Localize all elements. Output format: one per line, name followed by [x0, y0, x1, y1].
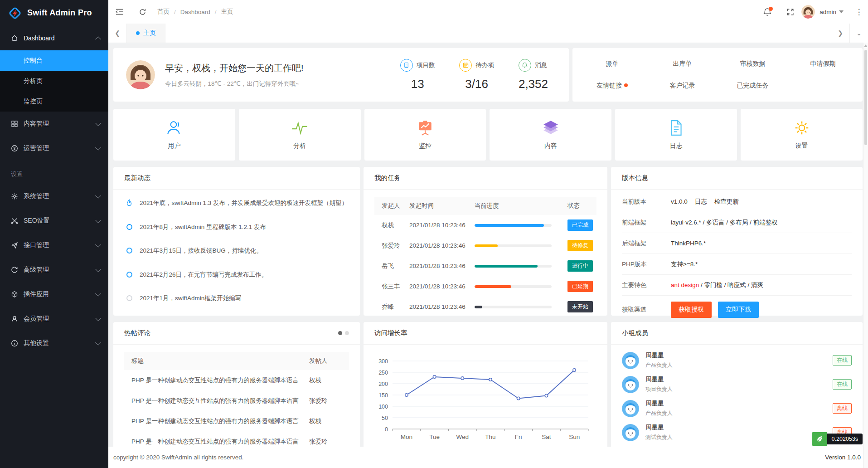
quick-link-done-tasks[interactable]: 已完成任务: [718, 82, 788, 90]
timeline-item: 2021年3月15日，接收反馈BUG，持续优化。: [125, 246, 348, 270]
quick-link-audit[interactable]: 审核数据: [718, 60, 788, 68]
refresh-button[interactable]: [131, 0, 154, 24]
footer: copyright © 2020 SwiftAdmin all rights r…: [108, 447, 868, 468]
changelog-link[interactable]: 日志: [695, 198, 707, 206]
more-menu-button[interactable]: ⋮: [850, 7, 868, 17]
greeting-text: 早安，权栈，开始您一天的工作吧!: [165, 62, 304, 74]
tab-menu-button[interactable]: ⌄: [849, 24, 868, 43]
version-row: 当前版本 v1.0.0 日志 检查更新: [622, 191, 852, 212]
collapse-sidebar-button[interactable]: [108, 0, 131, 24]
news-card: 最新动态 2021年底，swiftAdmin 1.3 发布，并发展成最受欢迎的极…: [113, 167, 360, 316]
svg-text:Mon: Mon: [401, 434, 412, 440]
sidebar-item-seo[interactable]: SEO设置: [0, 209, 108, 233]
check-update-link[interactable]: 检查更新: [714, 198, 739, 206]
carousel-dot[interactable]: [345, 331, 349, 335]
dashboard-submenu: 控制台 分析页 监控页: [0, 50, 108, 112]
calendar-icon: [459, 59, 472, 72]
user-avatar[interactable]: [801, 5, 815, 19]
sidebar-item-dashboard[interactable]: Dashboard: [0, 26, 108, 50]
user-menu-caret-icon[interactable]: [839, 10, 844, 13]
sidebar-item-operations[interactable]: 运营管理: [0, 136, 108, 161]
sidebar-item-advanced[interactable]: 高级管理: [0, 258, 108, 282]
quick-links-card: 派单 出库单 审核数据 申请假期 友情链接 客户记录 已完成任务: [572, 48, 863, 102]
progress-bar: [475, 265, 552, 268]
member-row: 周星星项目负责人 在线: [622, 372, 852, 396]
quick-link-customers[interactable]: 客户记录: [647, 82, 718, 90]
scrollbar-up-arrow[interactable]: [864, 44, 868, 47]
breadcrumb-home[interactable]: 首页: [157, 8, 170, 16]
quick-link-outbound[interactable]: 出库单: [647, 60, 718, 68]
version-row: 后端框架 ThinkPHP6.*: [622, 233, 852, 254]
quick-link-dispatch[interactable]: 派单: [577, 60, 647, 68]
app-title: Swift Admin Pro: [27, 8, 92, 18]
chevron-down-icon: [95, 340, 101, 346]
stat-messages: 消息 2,352: [519, 59, 548, 91]
tab-scroll-left-button[interactable]: ❮: [108, 24, 126, 43]
chevron-down-icon: [95, 193, 101, 199]
online-badge: 在线: [833, 379, 852, 390]
sidebar-subitem-analysis[interactable]: 分析页: [0, 71, 108, 91]
chevron-down-icon: [95, 120, 101, 126]
task-row: 张爱玲2021/01/28 10:23:46 待修复: [374, 235, 596, 256]
sidebar-subitem-monitor[interactable]: 监控页: [0, 91, 108, 112]
growth-chart-title: 访问增长率: [374, 322, 407, 344]
tasks-title: 我的任务: [374, 167, 401, 189]
scrollbar-thumb[interactable]: [864, 50, 867, 145]
progress-bar: [475, 285, 552, 288]
sidebar-item-other[interactable]: 其他设置: [0, 331, 108, 356]
chevron-down-icon: [95, 217, 101, 223]
tab-scroll-right-button[interactable]: ❯: [831, 24, 849, 43]
shortcut-settings[interactable]: 设置: [741, 109, 863, 161]
download-button[interactable]: 立即下载: [718, 302, 759, 318]
version-row: 前端框架 layui-v2.6.* / 多语言 / 多布局 / 前端鉴权: [622, 212, 852, 233]
news-timeline: 2021年底，swiftAdmin 1.3 发布，并发展成最受欢迎的极速开发框架…: [113, 190, 360, 327]
svg-text:Wed: Wed: [456, 434, 469, 440]
get-license-button[interactable]: 获取授权: [671, 302, 712, 318]
breadcrumb-current: 主页: [221, 8, 233, 16]
circle-icon: [126, 272, 132, 278]
tab-home[interactable]: 主页: [126, 24, 165, 43]
chevron-down-icon: [95, 242, 101, 248]
logo[interactable]: Swift Admin Pro: [0, 0, 108, 26]
offline-badge: 离线: [833, 403, 852, 414]
sidebar-item-system[interactable]: 系统管理: [0, 184, 108, 209]
stat-todos-value: 3/16: [459, 77, 494, 91]
shortcut-monitor[interactable]: 监控: [364, 109, 486, 161]
online-badge: 在线: [833, 355, 852, 366]
timeline-item: 2021年2月26日，在元宵节编写完成发布工作。: [125, 270, 348, 294]
progress-bar: [475, 306, 552, 308]
carousel-dot-active[interactable]: [338, 331, 342, 335]
task-row: 权栈2021/01/28 10:23:46 已完成: [374, 215, 596, 235]
weather-text: 今日多云转阴，18℃ - 22℃，出门记得穿外套哦~: [165, 80, 304, 88]
breadcrumb-dashboard[interactable]: Dashboard: [180, 9, 210, 15]
info-circle-icon: [11, 340, 18, 347]
svg-text:150: 150: [378, 392, 388, 399]
shortcut-users[interactable]: 用户: [113, 109, 235, 161]
sidebar-subitem-console[interactable]: 控制台: [0, 50, 108, 71]
shortcut-logs[interactable]: 日志: [615, 109, 737, 161]
username[interactable]: admin: [820, 9, 836, 15]
fullscreen-button[interactable]: [779, 0, 801, 24]
sidebar-item-plugins[interactable]: 插件应用: [0, 282, 108, 307]
quick-link-friendlinks[interactable]: 友情链接: [577, 82, 647, 90]
vertical-scrollbar[interactable]: [863, 43, 868, 468]
shortcut-analysis[interactable]: 分析: [239, 109, 361, 161]
cube-icon: [11, 291, 18, 298]
gear-icon: [11, 193, 18, 200]
quick-link-leave[interactable]: 申请假期: [788, 60, 858, 68]
version-title: 版本信息: [622, 167, 648, 189]
flame-icon: [125, 199, 133, 223]
status-badge: 已完成: [567, 219, 593, 231]
sidebar-item-content[interactable]: 内容管理: [0, 112, 108, 136]
sidebar-item-members[interactable]: 会员管理: [0, 307, 108, 331]
sidebar-item-api[interactable]: 接口管理: [0, 233, 108, 258]
circle-icon: [126, 295, 132, 301]
svg-text:Tue: Tue: [429, 434, 440, 440]
chevron-up-icon: [95, 36, 101, 42]
post-row: PHP 是一种创建动态交互性站点的强有力的服务器端脚本语言张爱玲: [124, 390, 349, 411]
notifications-button[interactable]: [756, 0, 779, 24]
shortcut-content[interactable]: 内容: [490, 109, 611, 161]
logo-icon: [7, 5, 23, 21]
home-icon: [11, 34, 18, 42]
task-row: 岳飞2021/01/28 10:23:46 进行中: [374, 256, 596, 276]
